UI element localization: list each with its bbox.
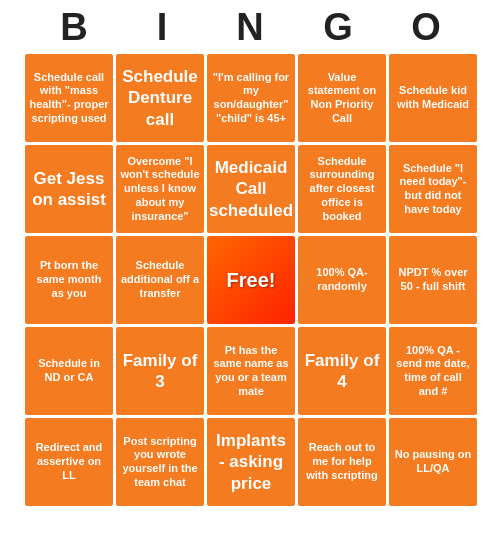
bingo-cell-17: Pt has the same name as you or a team ma…	[207, 327, 295, 415]
bingo-cell-10: Pt born the same month as you	[25, 236, 113, 324]
bingo-cell-5: Get Jess on assist	[25, 145, 113, 233]
bingo-cell-11: Schedule additional off a transfer	[116, 236, 204, 324]
bingo-cell-23: Reach out to me for help with scripting	[298, 418, 386, 506]
bingo-cell-12: Free!	[207, 236, 295, 324]
letter-i: I	[119, 6, 207, 49]
bingo-header: B I N G O	[0, 0, 502, 51]
bingo-cell-20: Redirect and assertive on LL	[25, 418, 113, 506]
bingo-cell-18: Family of 4	[298, 327, 386, 415]
bingo-cell-4: Schedule kid with Medicaid	[389, 54, 477, 142]
bingo-cell-24: No pausing on LL/QA	[389, 418, 477, 506]
letter-o: O	[383, 6, 471, 49]
letter-b: B	[31, 6, 119, 49]
bingo-cell-16: Family of 3	[116, 327, 204, 415]
bingo-cell-7: Medicaid Call scheduled	[207, 145, 295, 233]
bingo-cell-21: Post scripting you wrote yourself in the…	[116, 418, 204, 506]
bingo-cell-0: Schedule call with "mass health"- proper…	[25, 54, 113, 142]
bingo-grid: Schedule call with "mass health"- proper…	[22, 51, 480, 509]
letter-g: G	[295, 6, 383, 49]
bingo-cell-15: Schedule in ND or CA	[25, 327, 113, 415]
bingo-cell-13: 100% QA- randomly	[298, 236, 386, 324]
letter-n: N	[207, 6, 295, 49]
bingo-cell-22: Implants - asking price	[207, 418, 295, 506]
bingo-cell-6: Overcome "I won't schedule unless I know…	[116, 145, 204, 233]
bingo-cell-14: NPDT % over 50 - full shift	[389, 236, 477, 324]
bingo-cell-2: "I'm calling for my son/daughter" "child…	[207, 54, 295, 142]
bingo-cell-9: Schedule "I need today"- but did not hav…	[389, 145, 477, 233]
bingo-cell-1: Schedule Denture call	[116, 54, 204, 142]
bingo-cell-8: Schedule surrounding after closest offic…	[298, 145, 386, 233]
bingo-cell-3: Value statement on Non Priority Call	[298, 54, 386, 142]
bingo-cell-19: 100% QA - send me date, time of call and…	[389, 327, 477, 415]
